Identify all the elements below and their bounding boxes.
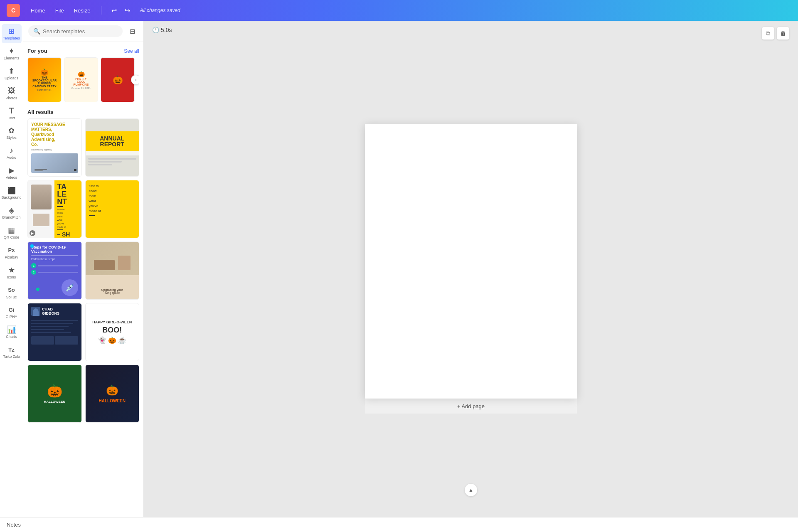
sidebar-item-videos[interactable]: ▶ Videos — [2, 163, 22, 182]
covid-dot — [36, 288, 39, 291]
annual-banner: ANNUAL REPORT — [86, 131, 139, 151]
sidebar-label-photos: Photos — [5, 96, 17, 101]
qw-image — [31, 153, 78, 173]
covid-sub: Follow these steps — [31, 258, 78, 261]
text-icon: T — [7, 106, 16, 116]
carousel-item-pumpkin[interactable]: 🎃 THE SPOOKTACULARPUMPKINCARVING PARTY O… — [27, 57, 62, 102]
results-section-header: All results — [27, 109, 139, 115]
sidebar-item-pixabay[interactable]: Px Pixabay — [2, 243, 22, 262]
sidebar-item-styles[interactable]: ✿ Styles — [2, 123, 22, 143]
carousel-item-red[interactable]: 🎃 — [101, 57, 135, 102]
foryou-see-all[interactable]: See all — [124, 48, 139, 54]
sidebar-label-templates: Templates — [3, 37, 20, 41]
search-input[interactable] — [43, 28, 118, 34]
nav-file[interactable]: File — [51, 6, 68, 15]
annual-bottom — [86, 155, 139, 176]
covid-circle: 💉 — [62, 279, 78, 296]
template-card-covid[interactable]: Steps for COVID-19Vaccination Follow the… — [27, 241, 82, 300]
notes-label: Notes — [7, 522, 21, 528]
sidebar-label-background: Background — [1, 196, 21, 200]
carousel-item-pretty[interactable]: 🎃 PRETTYCOOLPUMPKINS October 31, 2021 — [64, 57, 98, 102]
add-page-button[interactable]: + Add page — [365, 399, 577, 414]
copy-icon: ⧉ — [766, 30, 770, 37]
talent-left: ▶ — [28, 180, 54, 238]
notes-bar: Notes — [0, 517, 798, 532]
sidebar-item-charts[interactable]: 📊 Charts — [2, 323, 22, 342]
sidebar-item-brandpitch[interactable]: ◈ BrandPitch — [2, 203, 22, 222]
sidebar-item-templates[interactable]: ⊞ Templates — [2, 24, 22, 43]
timer-display: 🕐 5.0s — [152, 27, 172, 33]
template-card-interior[interactable]: Upgrading your living space — [85, 241, 140, 300]
search-input-wrapper: 🔍 — [28, 25, 123, 37]
sidebar-item-uploads[interactable]: ⬆ Uploads — [2, 64, 22, 83]
nav-home[interactable]: Home — [27, 6, 49, 15]
taiko-icon: Tz — [7, 345, 16, 354]
scroll-up-indicator[interactable]: ▲ — [465, 484, 477, 496]
sidebar-item-photos[interactable]: 🖼 Photos — [2, 84, 22, 103]
template-card-quarkwood[interactable]: YOUR MESSAGEMATTERS,QuarkwoodAdvertising… — [27, 118, 82, 177]
app-logo: C — [7, 4, 20, 17]
sidebar-label-icons: Icons — [7, 276, 16, 280]
sidebar-item-elements[interactable]: ✦ Elements — [2, 44, 22, 63]
sidebar-item-giphy[interactable]: Gi GIPHY — [2, 303, 22, 322]
foryou-title: For you — [27, 48, 47, 54]
nav-resize[interactable]: Resize — [70, 6, 95, 15]
sidebar-label-text: Text — [8, 116, 15, 121]
timer-icon: 🕐 — [152, 27, 159, 33]
filter-button[interactable]: ⊟ — [126, 25, 138, 37]
template-card-annual[interactable]: ANNUAL REPORT — [85, 118, 140, 177]
topbar-nav: Home File Resize — [27, 6, 94, 15]
template-card-halloween-boo[interactable]: HAPPY GIRL-O-WEEN BOO! 👻🎃☕ — [85, 303, 140, 361]
sidebar-item-text[interactable]: T Text — [2, 104, 22, 123]
sotuc-icon: So — [7, 286, 16, 295]
qrcode-icon: ▦ — [7, 226, 16, 235]
timer-value: 5.0s — [161, 27, 172, 33]
template-card-halloween-orange[interactable]: 🎃 HALLOWEEN — [85, 365, 140, 423]
foryou-section-header: For you See all — [27, 48, 139, 54]
chad-header: CHADGIBBONS — [31, 307, 78, 316]
template-card-talent-yellow[interactable]: time toshowthemwhatyou'vemade of — [85, 180, 140, 238]
sidebar-item-icons[interactable]: ★ Icons — [2, 263, 22, 282]
topbar-separator — [101, 6, 101, 15]
filter-icon: ⊟ — [130, 27, 135, 35]
topbar: C Home File Resize ↩ ↪ All changes saved — [0, 0, 798, 21]
results-grid: YOUR MESSAGEMATTERS,QuarkwoodAdvertising… — [27, 118, 139, 423]
sidebar-item-sotuc[interactable]: So SoTuc — [2, 283, 22, 302]
template-card-halloween-green[interactable]: 🎃 HALLOWEEN — [27, 365, 82, 423]
sidebar-label-qrcode: QR Code — [4, 236, 20, 240]
sidebar-label-styles: Styles — [6, 136, 17, 140]
templates-panel: 🔍 ⊟ For you See all 🎃 THE SPOOKTACULARPU… — [23, 21, 144, 517]
sidebar-item-taiko[interactable]: Tz Taiko Zaki — [2, 342, 22, 362]
sidebar-item-qrcode[interactable]: ▦ QR Code — [2, 223, 22, 242]
covid-title: Steps for COVID-19Vaccination — [31, 245, 78, 254]
carousel-next-button[interactable]: › — [131, 75, 139, 85]
sidebar-label-giphy: GIPHY — [5, 315, 17, 319]
sidebar-label-sotuc: SoTuc — [6, 296, 17, 300]
search-icon: 🔍 — [33, 28, 40, 34]
qw-heading: YOUR MESSAGEMATTERS,QuarkwoodAdvertising… — [31, 122, 78, 147]
background-icon: ⬛ — [7, 186, 16, 195]
search-bar: 🔍 ⊟ — [23, 21, 143, 42]
panel-content: For you See all 🎃 THE SPOOKTACULARPUMPKI… — [23, 42, 143, 517]
photos-icon: 🖼 — [7, 86, 16, 96]
elements-icon: ✦ — [7, 47, 16, 56]
halloween-orange-text: HALLOWEEN — [99, 399, 126, 403]
audio-icon: ♪ — [7, 146, 16, 155]
undo-button[interactable]: ↩ — [108, 5, 120, 16]
talent-right: TALENT time toshowthemwhatyou'vemade of … — [54, 180, 81, 238]
canvas-container[interactable] — [365, 124, 577, 399]
template-card-chad[interactable]: CHADGIBBONS — [27, 303, 82, 361]
sidebar-label-pixabay: Pixabay — [5, 256, 18, 260]
sidebar-item-audio[interactable]: ♪ Audio — [2, 143, 22, 163]
pixabay-icon: Px — [7, 246, 16, 255]
foryou-carousel: 🎃 THE SPOOKTACULARPUMPKINCARVING PARTY O… — [27, 57, 139, 102]
halloween-boo-text: BOO! — [102, 326, 122, 335]
sidebar-label-uploads: Uploads — [5, 76, 18, 81]
charts-icon: 📊 — [7, 325, 16, 334]
canvas-trash-button[interactable]: 🗑 — [776, 27, 790, 40]
sidebar-item-background[interactable]: ⬛ Background — [2, 183, 22, 202]
template-card-talent[interactable]: ▶ TALENT time toshowthemwhatyou'vemade o… — [27, 180, 82, 238]
play-icon: ▶ — [30, 230, 35, 236]
redo-button[interactable]: ↪ — [121, 5, 133, 16]
canvas-copy-button[interactable]: ⧉ — [761, 27, 775, 40]
